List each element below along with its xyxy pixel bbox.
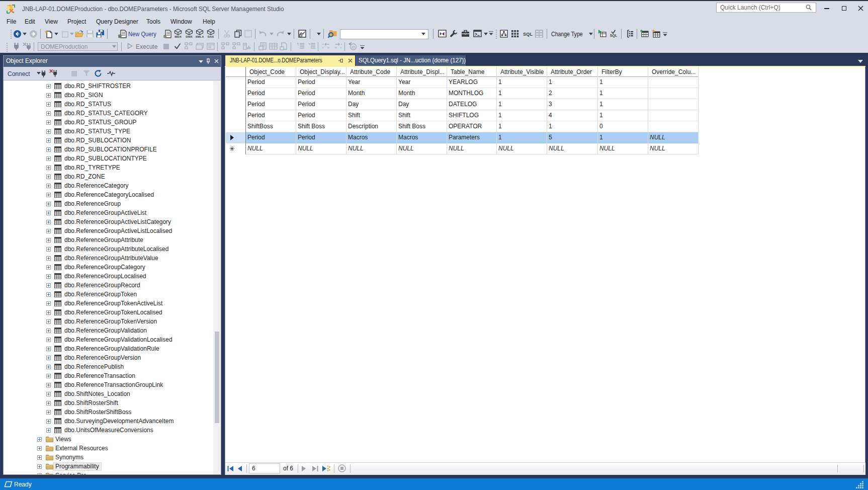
svg-text:@: @ xyxy=(351,45,355,49)
svg-text:DAX: DAX xyxy=(208,35,214,38)
svg-text:XMLA: XMLA xyxy=(196,35,205,38)
svg-text:DMX: DMX xyxy=(186,35,192,38)
svg-text:MDX: MDX xyxy=(175,35,181,38)
svg-text:SQL: SQL xyxy=(610,34,618,38)
